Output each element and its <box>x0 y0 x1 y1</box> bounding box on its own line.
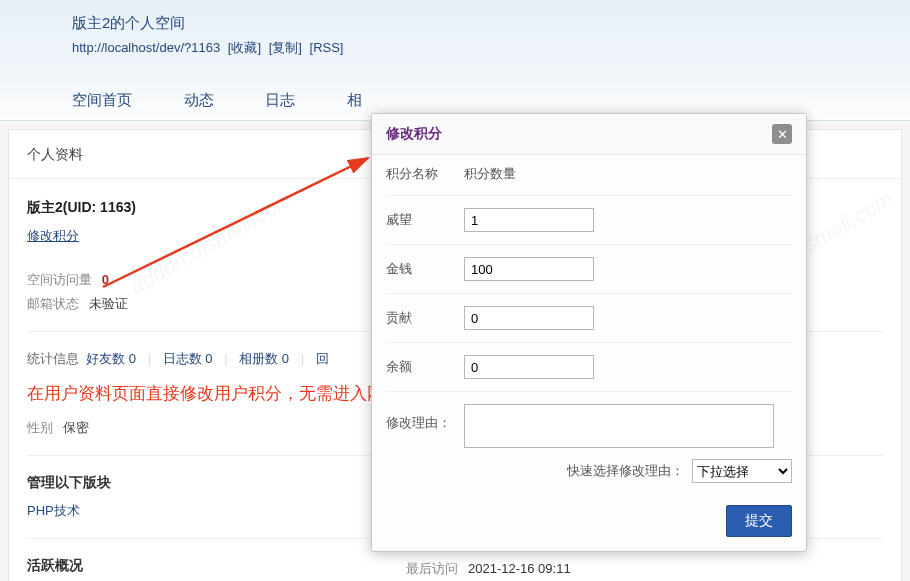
modal-thead: 积分名称 积分数量 <box>386 155 792 196</box>
fav-link[interactable]: [收藏] <box>228 40 261 55</box>
prestige-input[interactable] <box>464 208 594 232</box>
forum-link[interactable]: PHP技术 <box>27 503 80 518</box>
modal-title: 修改积分 <box>386 125 442 143</box>
quick-select-line: 快速选择修改理由： 下拉选择 <box>464 459 792 483</box>
balance-input[interactable] <box>464 355 594 379</box>
row-reason: 修改理由： 快速选择修改理由： 下拉选择 <box>386 392 792 491</box>
contrib-input[interactable] <box>464 306 594 330</box>
nav-home[interactable]: 空间首页 <box>72 91 132 120</box>
nav-blog[interactable]: 日志 <box>265 91 295 120</box>
last-visit: 最后访问2021-12-16 09:11 <box>406 560 571 578</box>
stat-friends[interactable]: 好友数 0 <box>86 351 136 366</box>
space-title: 版主2的个人空间 <box>8 10 902 33</box>
reason-textarea[interactable] <box>464 404 774 448</box>
stat-replies[interactable]: 回 <box>316 351 329 366</box>
money-input[interactable] <box>464 257 594 281</box>
space-header: 版主2的个人空间 http://localhost/dev/?1163 [收藏]… <box>0 0 910 121</box>
row-money: 金钱 <box>386 245 792 294</box>
copy-link[interactable]: [复制] <box>269 40 302 55</box>
row-contrib: 贡献 <box>386 294 792 343</box>
nav-feed[interactable]: 动态 <box>184 91 214 120</box>
edit-points-link[interactable]: 修改积分 <box>27 227 79 245</box>
stat-blogs[interactable]: 日志数 0 <box>163 351 213 366</box>
row-balance: 余额 <box>386 343 792 392</box>
space-url-line: http://localhost/dev/?1163 [收藏] [复制] [RS… <box>8 39 902 57</box>
email-value: 未验证 <box>89 296 128 311</box>
nav-album[interactable]: 相 <box>347 91 362 120</box>
rss-link[interactable]: [RSS] <box>310 40 344 55</box>
row-prestige: 威望 <box>386 196 792 245</box>
space-url: http://localhost/dev/?1163 <box>72 40 220 55</box>
edit-points-modal: 修改积分 ✕ 积分名称 积分数量 威望 金钱 贡献 余额 修改理由： <box>371 113 807 552</box>
submit-button[interactable]: 提交 <box>726 505 792 537</box>
close-icon[interactable]: ✕ <box>772 124 792 144</box>
quick-reason-select[interactable]: 下拉选择 <box>692 459 792 483</box>
stat-albums[interactable]: 相册数 0 <box>239 351 289 366</box>
visits-value: 0 <box>102 272 109 287</box>
